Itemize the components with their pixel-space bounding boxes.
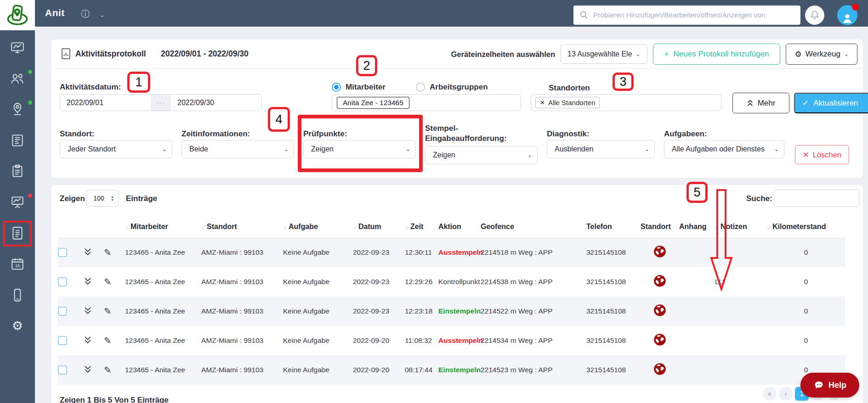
clear-button[interactable]: ✕ Löschen bbox=[795, 145, 849, 164]
location-dropdown[interactable]: Jeder Standort⌄ bbox=[60, 140, 172, 158]
edit-row-button[interactable]: ✎ bbox=[104, 267, 125, 297]
language-selector[interactable]: ⓘ⌄ bbox=[81, 8, 105, 20]
expand-row-button[interactable] bbox=[84, 326, 104, 355]
sidebar-item-dashboard[interactable] bbox=[10, 40, 25, 56]
add-protocol-button[interactable]: + Neues Protokoll hinzufügen bbox=[653, 44, 781, 65]
sort-icon[interactable]: ↓↑ bbox=[715, 224, 718, 230]
sidebar-item-reports[interactable] bbox=[10, 195, 25, 210]
edit-row-button[interactable]: ✎ bbox=[104, 326, 125, 355]
location-globe-icon[interactable] bbox=[653, 304, 666, 317]
search-input[interactable] bbox=[593, 11, 800, 19]
sort-icon[interactable]: ↓↑ bbox=[767, 224, 770, 230]
column-header-3[interactable]: ↓↑Datum bbox=[353, 216, 405, 238]
sort-icon[interactable]: ↓↑ bbox=[283, 224, 286, 230]
sidebar-item-devices[interactable] bbox=[10, 287, 25, 303]
edit-row-button[interactable]: ✎ bbox=[104, 355, 125, 385]
location-globe-icon[interactable] bbox=[653, 363, 666, 375]
location-globe-icon[interactable] bbox=[653, 274, 666, 287]
column-header-4[interactable]: ↓↑Zeit bbox=[405, 216, 438, 238]
more-button[interactable]: Mehr bbox=[732, 93, 789, 113]
column-header-10[interactable]: ↓↑Notizen bbox=[715, 216, 767, 238]
column-label: Standort bbox=[207, 223, 237, 230]
edit-row-icon[interactable]: ✎ bbox=[104, 365, 112, 375]
tasks-dropdown[interactable]: Alle Aufgaben oder Dienstes⌄ bbox=[664, 140, 784, 158]
double-chevron-up-icon bbox=[747, 99, 754, 107]
row-checkbox[interactable] bbox=[58, 365, 67, 375]
date-range-field[interactable]: 2022/09/01 ··· 2022/09/30 bbox=[60, 94, 262, 111]
locations-chip-label: Alle Standorten bbox=[548, 99, 596, 106]
column-header-1[interactable]: ↓↑Standort bbox=[201, 216, 283, 238]
sidebar-item-employees[interactable] bbox=[10, 71, 25, 86]
expand-row-button[interactable] bbox=[84, 267, 104, 297]
sidebar-item-calendar[interactable]: 15 bbox=[10, 256, 25, 272]
close-icon[interactable]: ✕ bbox=[540, 99, 545, 106]
edit-row-icon[interactable]: ✎ bbox=[104, 306, 112, 316]
date-separator: ··· bbox=[151, 95, 171, 111]
sidebar-item-logbook[interactable] bbox=[10, 133, 25, 148]
stepper-arrows-icon[interactable]: ▲▼ bbox=[111, 195, 118, 202]
row-checkbox[interactable] bbox=[58, 248, 67, 257]
edit-row-icon[interactable]: ✎ bbox=[104, 277, 112, 287]
row-checkbox[interactable] bbox=[58, 336, 67, 345]
user-avatar[interactable] bbox=[837, 5, 857, 25]
tools-button[interactable]: ⚙ Werkzeug ⌄ bbox=[786, 44, 857, 65]
date-from-input[interactable]: 2022/09/01 bbox=[60, 95, 151, 111]
expand-row-button[interactable] bbox=[84, 355, 104, 385]
info-circle-icon: ⓘ bbox=[81, 9, 90, 19]
sort-icon[interactable]: ↓↑ bbox=[353, 224, 356, 230]
cell-geofence: 2214522 m Weg : APP bbox=[481, 297, 586, 326]
help-button[interactable]: Help bbox=[800, 373, 859, 397]
page-size-value: 100 bbox=[87, 195, 111, 202]
cell-standort-map[interactable] bbox=[641, 297, 679, 326]
cell-notizen: LU bbox=[715, 267, 767, 297]
sidebar-item-tasks[interactable] bbox=[10, 163, 25, 179]
expand-row-button[interactable] bbox=[84, 297, 104, 326]
locations-field[interactable]: ✕Alle Standorten bbox=[531, 94, 721, 111]
edit-row-button[interactable]: ✎ bbox=[104, 238, 125, 267]
sidebar-item-locations[interactable] bbox=[10, 101, 25, 117]
edit-row-button[interactable]: ✎ bbox=[104, 297, 125, 326]
cell-mitarbeiter: 123465 - Anita Zee bbox=[125, 326, 201, 355]
column-header-6: Geofence bbox=[481, 216, 586, 238]
sidebar-item-settings[interactable]: ⚙ bbox=[10, 318, 25, 334]
cell-standort-map[interactable] bbox=[641, 355, 679, 385]
punch-prompt-dropdown[interactable]: Zeigen⌄ bbox=[425, 146, 538, 164]
radio-arbeitsgruppen[interactable]: Arbeitsgruppen bbox=[416, 83, 488, 92]
table-search-input[interactable] bbox=[774, 190, 859, 207]
device-select-dropdown[interactable]: 13 Ausgewählte Ele ⌄ bbox=[561, 45, 647, 64]
column-header-7: Telefon bbox=[586, 216, 641, 238]
diagnostics-dropdown[interactable]: Ausblenden⌄ bbox=[547, 140, 655, 158]
radio-mitarbeiter[interactable]: Mitarbeiter bbox=[332, 83, 386, 92]
checkpoints-dropdown[interactable]: Zeigen⌄ bbox=[303, 140, 416, 158]
sort-icon[interactable]: ↓↑ bbox=[201, 224, 204, 230]
radio-selected-icon[interactable] bbox=[332, 83, 341, 92]
time-info-dropdown[interactable]: Beide⌄ bbox=[182, 140, 294, 158]
row-checkbox[interactable] bbox=[58, 277, 67, 286]
column-header-0[interactable]: ↓↑Mitarbeiter bbox=[125, 216, 201, 238]
cell-standort-map[interactable] bbox=[641, 326, 679, 355]
row-checkbox[interactable] bbox=[58, 307, 67, 316]
column-header-11[interactable]: ↓↑Kilometerstand bbox=[767, 216, 845, 238]
cell-standort-map[interactable] bbox=[641, 238, 679, 267]
update-button[interactable]: ✓ Aktualisieren bbox=[794, 93, 868, 113]
location-globe-icon[interactable] bbox=[653, 333, 666, 346]
pagination-item[interactable]: « bbox=[763, 387, 777, 401]
edit-row-icon[interactable]: ✎ bbox=[104, 336, 112, 346]
location-globe-icon[interactable] bbox=[653, 245, 666, 258]
notifications-button[interactable] bbox=[805, 6, 824, 25]
activity-date-label: Aktivitätsdatum: bbox=[60, 83, 121, 92]
app-logo[interactable] bbox=[0, 0, 35, 30]
sort-icon[interactable]: ↓↑ bbox=[405, 224, 408, 230]
pagination-item[interactable]: ‹ bbox=[779, 387, 793, 401]
cell-standort-map[interactable] bbox=[641, 267, 679, 297]
employee-field[interactable]: Anita Zee - 123465 bbox=[332, 94, 521, 111]
expand-row-button[interactable] bbox=[84, 238, 104, 267]
column-header-2[interactable]: ↓↑Aufgabe bbox=[283, 216, 353, 238]
edit-row-icon[interactable]: ✎ bbox=[104, 247, 112, 257]
page-size-stepper[interactable]: 100 ▲▼ bbox=[86, 190, 119, 207]
date-to-input[interactable]: 2022/09/30 bbox=[171, 95, 261, 111]
radio-unselected-icon[interactable] bbox=[416, 83, 425, 92]
sort-icon[interactable]: ↓↑ bbox=[125, 224, 128, 230]
employee-chip[interactable]: Anita Zee - 123465 bbox=[337, 97, 409, 109]
locations-chip[interactable]: ✕Alle Standorten bbox=[535, 97, 600, 108]
